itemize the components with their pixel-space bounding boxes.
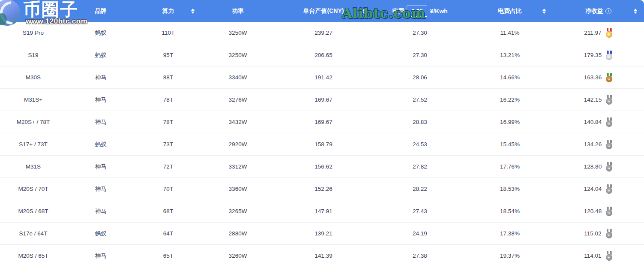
brand-cell: 神马	[66, 252, 135, 260]
output-cell: 147.91	[274, 208, 373, 214]
output-cell: 169.67	[274, 119, 373, 125]
net-income-cell: 115.02	[553, 229, 644, 238]
table-row: S17e / 64T 蚂蚁 64T 2880W 139.21 24.19 17.…	[0, 223, 644, 245]
elec-ratio-cell: 18.53%	[467, 186, 553, 192]
electricity-cell: 24.19	[373, 230, 467, 237]
net-value: 128.80	[584, 163, 602, 170]
net-value: 115.02	[584, 230, 601, 237]
electricity-cell: 28.83	[373, 119, 467, 125]
net-income-cell: 134.26	[553, 140, 644, 149]
hashrate-cell: 70T	[135, 186, 201, 192]
sort-output-icon[interactable]	[362, 9, 366, 14]
power-cell: 3250W	[201, 30, 274, 36]
elec-ratio-cell: 18.54%	[467, 208, 553, 214]
power-cell: 3312W	[201, 163, 274, 170]
gray-medal-icon	[606, 229, 613, 238]
medal-disc	[606, 165, 612, 172]
model-cell: S17e / 64T	[0, 230, 66, 237]
power-cell: 3432W	[201, 119, 274, 125]
model-cell: M20S / 70T	[0, 186, 66, 192]
net-income-cell: 140.84	[553, 117, 644, 127]
elec-ratio-cell: 17.76%	[467, 163, 553, 170]
site-logo-url: www.120btc.com	[26, 17, 87, 26]
brand-cell: 神马	[66, 96, 135, 104]
brand-column-label: 品牌	[95, 7, 107, 15]
brand-cell: 蚂蚁	[66, 51, 135, 59]
brand-cell: 蚂蚁	[66, 141, 135, 148]
hashrate-cell: 65T	[135, 253, 201, 259]
output-column-label: 单台产值(CNY)	[303, 7, 344, 15]
header-elec-ratio-column: 电费占比	[467, 0, 553, 22]
net-value: 179.35	[584, 52, 602, 58]
medal-disc	[606, 76, 612, 82]
elec-ratio-cell: 16.22%	[467, 96, 553, 103]
net-income-cell: 120.48	[553, 207, 644, 216]
electricity-price-input[interactable]	[407, 6, 427, 17]
power-cell: 3260W	[201, 253, 274, 259]
output-cell: 191.42	[274, 74, 373, 81]
sort-elec-ratio-icon[interactable]	[542, 9, 546, 14]
net-value: 140.84	[584, 119, 602, 125]
medal-disc	[606, 143, 612, 149]
site-logo[interactable]: 币圈子 www.120btc.com	[0, 0, 73, 26]
power-cell: 3265W	[201, 208, 274, 214]
electricity-cell: 27.30	[373, 52, 467, 58]
net-value: 124.04	[584, 186, 602, 192]
table-row: M20S / 68T 神马 68T 3265W 147.91 27.43 18.…	[0, 200, 644, 223]
brand-cell: 蚂蚁	[66, 230, 135, 238]
gray-medal-icon	[606, 95, 613, 105]
coin-swirl-logo-icon	[0, 0, 21, 26]
elec-ratio-column-label: 电费占比	[498, 7, 522, 15]
net-income-info-icon[interactable]	[605, 8, 611, 14]
medal-disc	[606, 98, 612, 105]
table-row: S19 Pro 蚂蚁 110T 3250W 239.27 27.30 11.41…	[0, 22, 644, 44]
electricity-cell: 27.30	[373, 30, 467, 36]
net-income-cell: 142.15	[553, 95, 644, 105]
hashrate-cell: 64T	[135, 230, 201, 237]
output-cell: 158.79	[274, 141, 373, 148]
electricity-cell: 24.53	[373, 141, 467, 148]
output-cell: 169.67	[274, 96, 373, 103]
electricity-fee-group: 电费 ¥/Kwh	[392, 6, 447, 17]
brand-cell: 神马	[66, 118, 135, 126]
output-cell: 139.21	[274, 230, 373, 237]
net-value: 142.15	[584, 96, 602, 103]
hashrate-cell: 68T	[135, 208, 201, 214]
gray-medal-icon	[606, 162, 613, 172]
gray-medal-icon	[606, 207, 613, 216]
model-cell: S19 Pro	[0, 30, 66, 36]
model-cell: S17+ / 73T	[0, 141, 66, 148]
net-income-cell: 211.97	[553, 28, 644, 38]
power-cell: 3360W	[201, 186, 274, 192]
gray-medal-icon	[606, 140, 613, 149]
brand-cell: 神马	[66, 163, 135, 171]
brand-cell: 神马	[66, 74, 135, 81]
elec-ratio-cell: 16.99%	[467, 119, 553, 125]
header-electricity-column: 电费 ¥/Kwh	[373, 0, 467, 22]
site-logo-title: 币圈子	[23, 0, 78, 19]
elec-ratio-cell: 15.45%	[467, 141, 553, 148]
hashrate-cell: 95T	[135, 52, 201, 58]
table-row: M31S+ 神马 78T 3276W 169.67 27.52 16.22% 1…	[0, 89, 644, 111]
model-cell: M20S+ / 78T	[0, 119, 66, 125]
sort-net-income-icon[interactable]	[634, 9, 637, 14]
electricity-cell: 28.06	[373, 74, 467, 81]
electricity-cell: 27.52	[373, 96, 467, 103]
output-cell: 156.62	[274, 163, 373, 170]
header-net-income-column: 净收益	[553, 0, 644, 22]
power-column-label: 功率	[232, 7, 244, 15]
table-row: M30S 神马 88T 3340W 191.42 28.06 14.66% 16…	[0, 66, 644, 89]
medal-disc	[606, 232, 612, 238]
table-row: M20S+ / 78T 神马 78T 3432W 169.67 28.83 16…	[0, 111, 644, 133]
net-income-cell: 179.35	[553, 51, 644, 60]
hashrate-cell: 72T	[135, 163, 201, 170]
hashrate-cell: 88T	[135, 74, 201, 81]
model-cell: S19	[0, 52, 66, 58]
output-cell: 152.26	[274, 186, 373, 192]
hashrate-cell: 78T	[135, 119, 201, 125]
brand-cell: 神马	[66, 185, 135, 193]
net-income-cell: 124.04	[553, 184, 644, 194]
sort-hashrate-icon[interactable]	[191, 9, 195, 14]
net-income-cell: 114.01	[553, 251, 644, 261]
net-value: 163.36	[584, 74, 602, 81]
